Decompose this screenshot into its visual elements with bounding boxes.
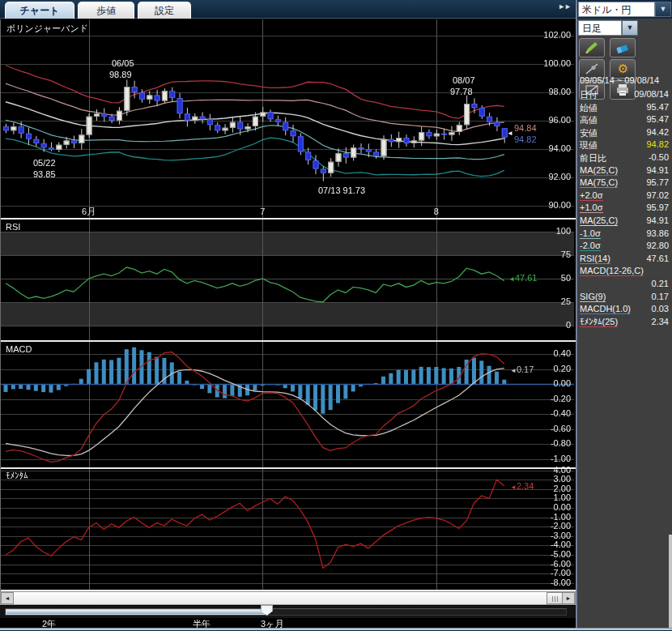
quote-value: 94.82 <box>646 139 669 149</box>
quote-row: +1.0σ95.97 <box>577 202 672 215</box>
left-arrow-icon: ◄ <box>510 484 517 491</box>
symbol-row: 米ドル・円 ▼ <box>577 0 672 19</box>
quote-label: 前日比 <box>580 152 606 164</box>
annotation-high-value: 98.89 <box>109 70 132 79</box>
eraser-icon <box>615 41 631 55</box>
sidebar: 米ドル・円 ▼ 日足 ▼ ⚙ <box>576 0 672 631</box>
quote-value: 92.80 <box>646 241 669 250</box>
panel-title-momentum: ﾓﾒﾝﾀﾑ <box>6 471 28 480</box>
quote-label: ﾓﾒﾝﾀﾑ(25) <box>580 317 618 327</box>
quote-row: 0.21 <box>577 278 672 291</box>
trendline-icon <box>584 62 600 76</box>
quote-value: 94.91 <box>646 165 669 175</box>
left-arrow-icon: ◄ <box>508 275 515 283</box>
tab-tick[interactable]: 歩値 <box>78 2 134 19</box>
quote-value: 95.77 <box>646 177 669 187</box>
scroll-right-button[interactable]: ► <box>562 592 575 604</box>
zoom-slider[interactable] <box>0 606 576 618</box>
quote-row: ﾓﾒﾝﾀﾑ(25)2.34 <box>577 316 672 329</box>
left-arrow-icon: ◄ <box>510 367 517 374</box>
rsi-tag: ◄47.61 <box>508 273 537 283</box>
timeframe-select-value: 日足 <box>578 20 622 36</box>
scrollbar-thumb[interactable] <box>547 592 564 604</box>
price-tag-close: 94.82 <box>514 134 537 144</box>
date-range: 09/05/14 ~ 09/08/14 <box>580 75 659 85</box>
quote-label: MA(25,C) <box>580 165 618 176</box>
panel-title-bollinger: ボリンジャーバンド <box>6 23 88 35</box>
quote-row: 日付09/08/14 <box>577 88 672 101</box>
quote-value: 95.47 <box>646 114 669 124</box>
symbol-select[interactable]: 米ドル・円 ▼ <box>578 2 671 17</box>
annotation-low-value: 93.85 <box>33 169 56 179</box>
quote-label: +1.0σ <box>580 203 603 213</box>
quote-row: 始値95.47 <box>577 101 672 114</box>
quote-row: MA(75,C)95.77 <box>577 177 672 190</box>
quote-value: 0.03 <box>652 304 669 313</box>
quote-label: -1.0σ <box>580 228 601 239</box>
quote-row: -2.0σ92.80 <box>577 240 672 253</box>
annotation-high-date: 06/05 <box>112 58 134 68</box>
chart-canvas[interactable] <box>1 19 576 591</box>
quote-label: MA(75,C) <box>580 177 618 188</box>
quote-row: 現値94.82 <box>577 139 672 151</box>
quote-label: 日付 <box>580 89 598 101</box>
quote-value: 0.21 <box>652 279 669 288</box>
gear-icon: ⚙ <box>610 60 635 77</box>
quote-value: 2.34 <box>652 317 669 326</box>
quote-row: MACDH(1.0)0.03 <box>577 303 672 316</box>
draw-pencil-button[interactable] <box>579 38 605 58</box>
quote-label: MACDH(1.0) <box>580 304 631 314</box>
quote-value: 94.42 <box>646 127 669 137</box>
chart-area: ボリンジャーバンド RSI MACD ﾓﾒﾝﾀﾑ 05/22 93.85 06/… <box>0 19 576 591</box>
tab-overflow-icon[interactable]: ►► <box>558 2 571 11</box>
quote-value: 95.47 <box>646 102 669 112</box>
trading-app-window: チャート 歩値 設定 ►► ボリンジャーバンド RSI MACD ﾓﾒﾝﾀﾑ 0… <box>0 0 672 631</box>
quote-label: 現値 <box>580 139 598 151</box>
quote-value: 47.61 <box>646 254 669 263</box>
zoom-slider-fill <box>6 609 265 615</box>
quote-label: 始値 <box>580 102 598 114</box>
horizontal-scrollbar[interactable]: ◄ ► <box>0 591 576 605</box>
quote-label: SIG(9) <box>580 292 606 302</box>
tab-settings[interactable]: 設定 <box>138 2 191 19</box>
window-right-edge <box>669 535 672 628</box>
quote-label: MA(25,C) <box>580 215 618 226</box>
tab-chart[interactable]: チャート <box>5 2 74 19</box>
symbol-select-value: 米ドル・円 <box>578 2 655 17</box>
zoom-slider-track[interactable] <box>5 608 567 616</box>
quote-value: 93.86 <box>646 228 669 238</box>
annotation-low-date: 05/22 <box>33 158 56 168</box>
pencil-icon <box>584 41 600 55</box>
quote-row: RSI(14)47.61 <box>577 253 672 266</box>
quote-table: 日付09/08/14始値95.47高値95.47安値94.42現値94.82前日… <box>577 88 672 328</box>
quote-row: 高値95.47 <box>577 113 672 126</box>
tab-bar: チャート 歩値 設定 ►► <box>0 0 576 19</box>
quote-value: 0.17 <box>652 292 669 301</box>
quote-label: 高値 <box>580 114 598 126</box>
quote-label: RSI(14) <box>580 254 610 264</box>
quote-row: MA(25,C)94.91 <box>577 164 672 177</box>
left-arrow-icon: ◄ <box>507 130 513 137</box>
quote-label: -2.0σ <box>580 241 601 251</box>
zoom-range-labels: 2年半年3ヶ月 <box>0 618 572 628</box>
quote-row: MA(25,C)94.91 <box>577 215 672 228</box>
quote-row: 前日比-0.50 <box>577 151 672 164</box>
quote-row: +2.0σ97.02 <box>577 190 672 203</box>
chevron-down-icon[interactable]: ▼ <box>655 2 671 17</box>
quote-label: 安値 <box>580 127 598 139</box>
quote-value: 95.97 <box>646 203 669 212</box>
quote-value: 97.02 <box>646 190 669 200</box>
annotation-high2-value: 97.78 <box>450 87 473 96</box>
timeframe-select[interactable]: 日足 ▼ <box>578 20 638 36</box>
quote-label: +2.0σ <box>580 190 603 201</box>
panel-title-rsi: RSI <box>6 222 20 232</box>
scroll-left-button[interactable]: ◄ <box>1 592 14 604</box>
quote-value: 94.91 <box>646 215 669 225</box>
panel-title-macd: MACD <box>6 344 32 354</box>
quote-value: -0.50 <box>649 152 669 162</box>
quote-row: SIG(9)0.17 <box>577 291 672 304</box>
quote-row: MACD(12-26,C) <box>577 265 672 278</box>
chevron-down-icon[interactable]: ▼ <box>622 20 638 36</box>
eraser-button[interactable] <box>610 38 636 58</box>
quote-label: MACD(12-26,C) <box>580 266 644 276</box>
